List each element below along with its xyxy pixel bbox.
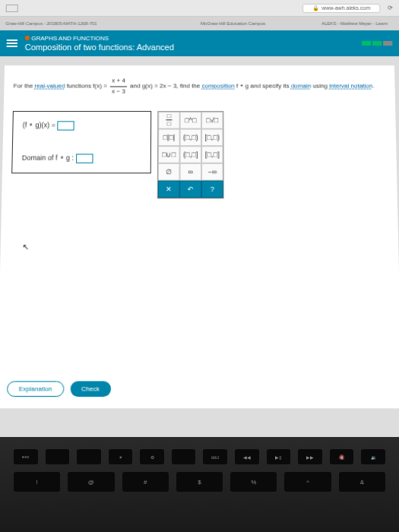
explanation-button[interactable]: Explanation [7,381,64,397]
key-5: % [230,472,277,492]
palette-open-closed[interactable]: (□,□] [180,146,202,163]
fog-input[interactable] [58,121,75,130]
domain-input[interactable] [76,154,93,163]
tabs-bar: Graw-Hill Campus - 201805-MATH-1268-701 … [0,17,399,30]
question-text: For the real-valued functions f(x) = x +… [13,76,385,97]
check-button[interactable]: Check [70,381,110,397]
answer-box: (f ∘ g)(x) = ↖ Domain of f ∘ g : [11,111,151,173]
key-f9: ▶▶ [298,449,322,464]
key-2: @ [68,472,114,492]
category-dot-icon [25,36,30,40]
palette-exponent[interactable]: □^□ [180,112,201,128]
key-4: $ [176,472,223,492]
key-f1 [46,449,70,464]
content-panel: For the real-valued functions f(x) = x +… [0,65,399,408]
menu-icon[interactable] [7,40,17,47]
page-header: GRAPHS AND FUNCTIONS Composition of two … [0,30,399,56]
key-f7: ◀◀ [235,449,259,464]
palette-union[interactable]: □∪□ [158,146,180,163]
domain-label: Domain of f ∘ g : [22,154,76,161]
palette-clear[interactable]: ✕ [158,180,180,198]
key-f11: 🔉 [361,449,385,464]
key-6: ^ [284,472,331,492]
key-7: & [339,472,385,492]
fog-label: (f ∘ g)(x) = [23,121,58,128]
link-composition[interactable]: composition [202,83,235,90]
key-f3: ☀ [109,449,133,464]
window-control [6,4,18,11]
reload-icon[interactable]: ⟳ [388,5,393,11]
key-f10: 🔇 [330,449,354,464]
key-esc: esc [14,449,38,464]
lock-icon: 🔒 [312,5,319,11]
key-f6: ⊞⊟ [203,449,227,464]
browser-toolbar: 🔒 www-awh.aleks.com ⟳ [0,0,399,17]
palette-undo[interactable]: ↶ [179,180,201,198]
palette-abs[interactable]: □|□| [158,128,180,146]
progress-indicator [362,41,392,46]
physical-keyboard: esc ☀ ⚙ ⊞⊟ ◀◀ ▶|| ▶▶ 🔇 🔉 ! @ # $ % ^ & [0,437,399,532]
tab-aleks[interactable]: ALEKS - Matthew Meyer - Learn [315,21,394,26]
math-palette: □□ □^□ □√□ □|□| (□,□) [□,□) □∪□ (□,□] [□… [157,111,224,198]
palette-open-open[interactable]: (□,□) [180,128,201,146]
palette-closed-open[interactable]: [□,□) [201,128,223,146]
link-interval-notation[interactable]: interval notation [329,83,372,90]
palette-fraction[interactable]: □□ [158,112,179,128]
key-1: ! [14,472,60,492]
page-title: Composition of two functions: Advanced [25,43,174,52]
palette-sqrt[interactable]: □√□ [201,112,223,128]
category-label: GRAPHS AND FUNCTIONS [31,35,109,42]
cursor-icon: ↖ [22,242,28,252]
key-f4: ⚙ [140,449,164,464]
key-f5 [172,449,196,464]
palette-help[interactable]: ? [201,180,223,198]
key-f2 [77,449,101,464]
link-real-valued[interactable]: real-valued [34,83,65,90]
tab-campus[interactable]: Graw-Hill Campus - 201805-MATH-1268-701 [0,21,103,26]
link-domain[interactable]: domain [291,83,312,90]
url-text: www-awh.aleks.com [321,5,370,11]
palette-empty-set[interactable]: ∅ [158,163,180,180]
palette-closed-closed[interactable]: [□,□] [201,146,223,163]
url-bar[interactable]: 🔒 www-awh.aleks.com [302,3,380,12]
key-f8: ▶|| [267,449,291,464]
palette-infinity[interactable]: ∞ [179,163,201,180]
tab-mcgraw[interactable]: McGraw-Hill Education Campus [195,21,271,26]
palette-neg-infinity[interactable]: −∞ [201,163,223,180]
key-3: # [122,472,169,492]
